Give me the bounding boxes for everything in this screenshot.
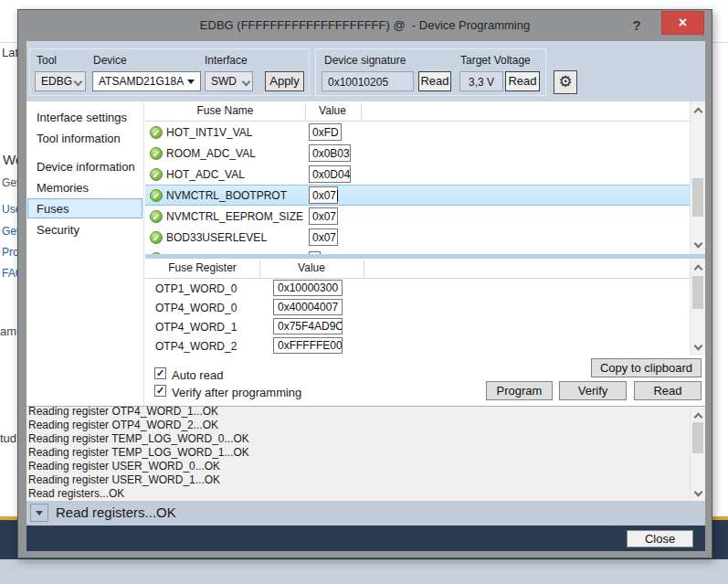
target-voltage-value: 3,3 V bbox=[459, 71, 503, 91]
toolbar: Tool EDBG Device ATSAMD21G18A Interface … bbox=[26, 41, 705, 101]
scrollbar-thumb[interactable] bbox=[692, 276, 703, 309]
title-bar[interactable]: EDBG (FFFFFFFFFFFFFFFFFFFF) @ - Device P… bbox=[18, 10, 712, 41]
fuse-value: 0x07 bbox=[312, 189, 336, 202]
tool-value: EDBG bbox=[41, 75, 72, 88]
interface-dropdown[interactable]: SWD bbox=[205, 71, 253, 91]
sidebar-item-fuses[interactable]: Fuses bbox=[27, 198, 142, 218]
fuse-value-input-focused[interactable]: 0x07 bbox=[309, 186, 338, 204]
scrollbar-thumb[interactable] bbox=[692, 178, 703, 217]
register-name-header: Fuse Register bbox=[145, 261, 259, 274]
column-separator bbox=[305, 103, 306, 120]
sidebar-item-security[interactable]: Security bbox=[27, 219, 142, 239]
help-button[interactable]: ? bbox=[628, 17, 646, 36]
verify-checkbox[interactable]: ✓ bbox=[154, 385, 166, 397]
fuse-table-header: Fuse Name Value bbox=[145, 101, 690, 122]
log-pane[interactable]: Reading register OTP4_WORD_1...OK Readin… bbox=[26, 406, 705, 501]
close-button[interactable]: Close bbox=[627, 530, 693, 547]
scroll-down-icon[interactable] bbox=[694, 489, 702, 496]
log-line: Reading register OTP4_WORD_2...OK bbox=[26, 419, 705, 432]
sidebar: Interface settings Tool information Devi… bbox=[26, 101, 144, 406]
scroll-up-icon[interactable] bbox=[694, 106, 702, 113]
fuse-value-header: Value bbox=[305, 104, 360, 117]
fuse-value-input[interactable]: 0x0D04 bbox=[309, 165, 351, 183]
register-table-scrollbar[interactable] bbox=[690, 259, 705, 356]
register-name: OTP4_WORD_2 bbox=[155, 340, 237, 353]
fuse-row[interactable]: ✓ NVMCTRL_EEPROM_SIZE 0x07 bbox=[145, 206, 690, 227]
interface-value: SWD bbox=[211, 75, 237, 88]
tool-dropdown[interactable]: EDBG bbox=[35, 71, 86, 91]
window-close-button[interactable]: × bbox=[661, 11, 704, 35]
apply-button[interactable]: Apply bbox=[265, 71, 304, 91]
sidebar-item-memories[interactable]: Memories bbox=[27, 177, 142, 197]
register-row[interactable]: OTP4_WORD_0 0x40004007 bbox=[145, 298, 690, 317]
background-text-fragment: am bbox=[0, 324, 16, 338]
register-row[interactable]: OTP1_WORD_0 0x10000300 bbox=[145, 279, 690, 298]
voltage-read-button[interactable]: Read bbox=[505, 71, 540, 91]
fuse-value: 0x0B03 bbox=[312, 147, 350, 160]
check-icon: ✓ bbox=[156, 367, 164, 378]
register-name: OTP4_WORD_1 bbox=[155, 321, 237, 334]
sidebar-item-tool-information[interactable]: Tool information bbox=[27, 128, 142, 148]
fuse-row[interactable]: ✓ HOT_ADC_VAL 0x0D04 bbox=[145, 164, 690, 185]
fuse-row-partial[interactable]: ✓ BOD33_EN ✓ bbox=[145, 248, 690, 254]
fuse-table-scrollbar[interactable] bbox=[690, 101, 705, 254]
verify-button[interactable]: Verify bbox=[559, 381, 627, 400]
settings-button[interactable]: ⚙ bbox=[554, 70, 577, 94]
register-name: OTP1_WORD_0 bbox=[155, 282, 237, 295]
triangle-down-icon bbox=[36, 511, 43, 515]
signature-read-button[interactable]: Read bbox=[418, 71, 451, 91]
status-text: Read registers...OK bbox=[56, 504, 176, 520]
sidebar-item-interface-settings[interactable]: Interface settings bbox=[27, 107, 142, 127]
fuse-row[interactable]: ✓ BOD33USERLEVEL 0x07 bbox=[145, 227, 690, 248]
auto-read-checkbox[interactable]: ✓ bbox=[154, 367, 166, 379]
register-row[interactable]: OTP4_WORD_1 0x75F4AD9C bbox=[145, 317, 690, 336]
read-button[interactable]: Read bbox=[634, 381, 702, 400]
register-value: 0x40004007 bbox=[278, 301, 338, 313]
log-line: Reading register TEMP_LOG_WORD_0...OK bbox=[26, 432, 705, 446]
register-value-input[interactable]: 0x75F4AD9C bbox=[273, 318, 343, 334]
scrollbar-thumb[interactable] bbox=[692, 422, 703, 453]
fuse-value: 0xFD bbox=[312, 126, 339, 139]
main-content: Interface settings Tool information Devi… bbox=[26, 101, 705, 406]
register-value-input[interactable]: 0x40004007 bbox=[273, 299, 343, 315]
fuse-value-input[interactable]: 0x07 bbox=[309, 228, 338, 246]
scroll-up-icon[interactable] bbox=[694, 411, 702, 419]
fuse-name-header: Fuse Name bbox=[145, 104, 305, 117]
scroll-down-icon[interactable] bbox=[694, 240, 702, 248]
log-line: Reading register USER_WORD_1...OK bbox=[26, 473, 705, 487]
check-circle-icon: ✓ bbox=[150, 126, 163, 139]
check-circle-icon: ✓ bbox=[150, 147, 163, 160]
fuse-value-input[interactable]: 0x0B03 bbox=[309, 144, 351, 162]
fuse-table: Fuse Name Value ✓ HOT_INT1V_VAL 0xFD ✓ R… bbox=[145, 101, 705, 254]
verify-label: Verify after programming bbox=[172, 386, 301, 399]
fuse-value-input[interactable]: 0xFD bbox=[309, 123, 342, 141]
copy-to-clipboard-button[interactable]: Copy to clipboard bbox=[591, 358, 702, 377]
column-separator bbox=[361, 103, 362, 120]
log-scrollbar[interactable] bbox=[690, 407, 705, 501]
close-icon: × bbox=[679, 15, 687, 30]
fuse-name: HOT_INT1V_VAL bbox=[166, 126, 252, 139]
sidebar-item-device-information[interactable]: Device information bbox=[27, 156, 142, 176]
device-signature-label: Device signature bbox=[324, 54, 406, 67]
auto-read-label: Auto read bbox=[172, 368, 223, 382]
register-value-input[interactable]: 0xFFFFFE00 bbox=[273, 337, 343, 354]
fuse-name: HOT_ADC_VAL bbox=[166, 168, 245, 181]
fuse-row-selected[interactable]: ✓ NVMCTRL_BOOTPROT 0x07 bbox=[145, 185, 690, 206]
status-expand-button[interactable] bbox=[30, 504, 48, 522]
register-table-header: Fuse Register Value bbox=[145, 259, 690, 279]
log-line: Reading register USER_WORD_0...OK bbox=[26, 460, 705, 473]
device-dropdown[interactable]: ATSAMD21G18A bbox=[92, 71, 201, 91]
chevron-down-icon bbox=[74, 79, 81, 86]
fuse-row[interactable]: ✓ HOT_INT1V_VAL 0xFD bbox=[145, 122, 690, 143]
fuse-row[interactable]: ✓ ROOM_ADC_VAL 0x0B03 bbox=[145, 143, 690, 164]
fuse-value-input[interactable]: 0x07 bbox=[309, 207, 338, 225]
background-text-fragment: Lat bbox=[2, 46, 18, 59]
register-row[interactable]: OTP4_WORD_2 0xFFFFFE00 bbox=[145, 336, 690, 356]
register-value-input[interactable]: 0x10000300 bbox=[273, 280, 343, 296]
scroll-down-icon[interactable] bbox=[694, 343, 702, 350]
program-button[interactable]: Program bbox=[486, 381, 553, 400]
register-value: 0xFFFFFE00 bbox=[278, 339, 343, 352]
scroll-up-icon[interactable] bbox=[694, 263, 702, 271]
log-line: Reading register TEMP_LOG_WORD_1...OK bbox=[26, 446, 705, 460]
target-voltage-label: Target Voltage bbox=[460, 54, 531, 67]
